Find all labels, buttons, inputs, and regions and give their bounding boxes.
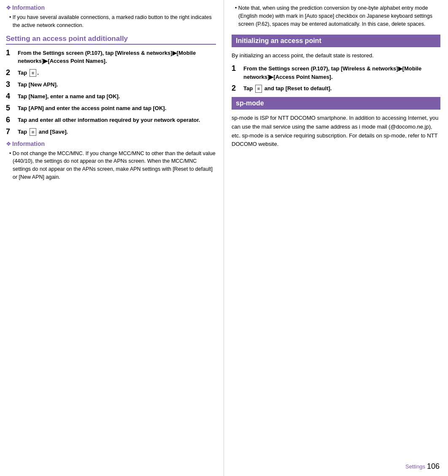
diamond-icon-1: ❖	[6, 4, 11, 11]
info2-header: ❖ Information	[6, 140, 216, 147]
menu-icon-init-step2: ≡	[255, 85, 262, 92]
spmode-section-heading: sp-mode	[232, 97, 440, 110]
step-5-row: 5 Tap [APN] and enter the access point n…	[6, 104, 216, 113]
info1-bullet: If you have several available connection…	[6, 13, 216, 30]
footer-page-num: 106	[427, 462, 440, 471]
footer-label: Settings	[405, 463, 425, 470]
step-1-row: 1 From the Settings screen (P.107), tap …	[6, 49, 216, 65]
info1-header: ❖ Information	[6, 4, 216, 11]
step-5-text: Tap [APN] and enter the access point nam…	[18, 104, 216, 113]
step-1-text: From the Settings screen (P.107), tap [W…	[18, 49, 216, 65]
left-column: ❖ Information If you have several availa…	[0, 0, 224, 476]
step-6-num: 6	[6, 116, 18, 124]
step-2-num: 2	[6, 68, 18, 77]
step-3-num: 3	[6, 80, 18, 89]
menu-icon-step7: ≡	[30, 128, 36, 136]
init-step-1-row: 1 From the Settings screen (P.107), tap …	[232, 65, 440, 81]
step-4-row: 4 Tap [Name], enter a name and tap [OK].	[6, 92, 216, 101]
step-6-text: Tap and enter all other information requ…	[18, 116, 216, 124]
step-2-row: 2 Tap ≡.	[6, 69, 216, 77]
init-step-2-row: 2 Tap ≡ and tap [Reset to default].	[232, 84, 440, 93]
init-step-1-text: From the Settings screen (P.107), tap [W…	[243, 65, 440, 81]
step-2-text: Tap ≡.	[18, 69, 216, 77]
step-7-text: Tap ≡ and [Save].	[18, 128, 216, 136]
step-7-row: 7 Tap ≡ and [Save].	[6, 128, 216, 136]
step-3-row: 3 Tap [New APN].	[6, 81, 216, 89]
step-5-num: 5	[6, 104, 18, 113]
spmode-body-text: sp-mode is ISP for NTT DOCOMO smartphone…	[232, 114, 440, 149]
step-1-num: 1	[6, 48, 18, 57]
init-step-2-num: 2	[232, 84, 243, 93]
info2-title: Information	[12, 140, 45, 147]
diamond-icon-2: ❖	[6, 140, 11, 147]
info2-bullet: Do not change the MCC/MNC. If you change…	[6, 150, 216, 181]
right-column: Note that, when using the prediction con…	[224, 0, 448, 476]
step-7-num: 7	[6, 127, 18, 136]
step-6-row: 6 Tap and enter all other information re…	[6, 116, 216, 124]
init-step-2-text: Tap ≡ and tap [Reset to default].	[243, 84, 440, 93]
footer: Settings 106	[405, 462, 440, 471]
init-section-heading: Initializing an access point	[232, 35, 440, 47]
step-4-num: 4	[6, 92, 18, 101]
step-3-text: Tap [New APN].	[18, 81, 216, 89]
step-4-text: Tap [Name], enter a name and tap [OK].	[18, 92, 216, 101]
section-heading-access-point: Setting an access point additionally	[6, 35, 216, 45]
menu-icon-step2: ≡	[30, 69, 36, 77]
right-bullet-top: Note that, when using the prediction con…	[232, 4, 440, 28]
init-body-text: By initializing an access point, the def…	[232, 51, 440, 60]
init-step-1-num: 1	[232, 64, 243, 73]
info1-title: Information	[12, 4, 45, 11]
